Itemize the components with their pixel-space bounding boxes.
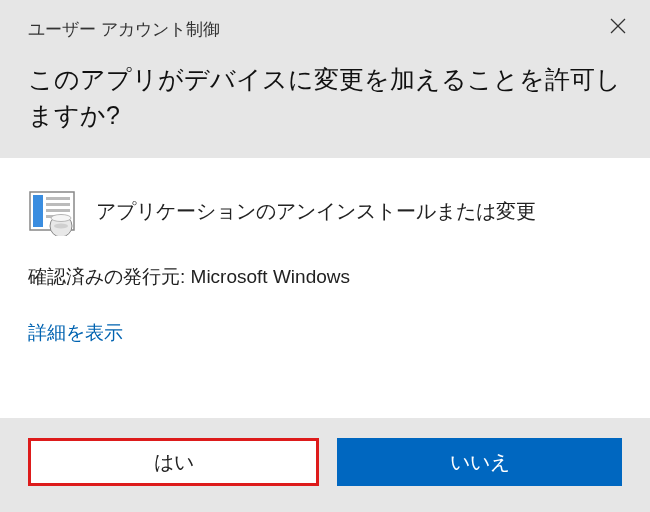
- dialog-body: アプリケーションのアンインストールまたは変更 確認済みの発行元: Microso…: [0, 158, 650, 419]
- publisher-name: Microsoft Windows: [191, 266, 350, 287]
- app-info-row: アプリケーションのアンインストールまたは変更: [28, 188, 622, 236]
- no-button[interactable]: いいえ: [337, 438, 622, 486]
- uac-dialog: ユーザー アカウント制御 このアプリがデバイスに変更を加えることを許可しますか?…: [0, 0, 650, 512]
- svg-rect-6: [46, 209, 70, 212]
- dialog-footer: はい いいえ: [0, 418, 650, 512]
- app-icon: [28, 188, 76, 236]
- svg-rect-3: [33, 195, 43, 227]
- close-icon: [610, 14, 626, 39]
- dialog-title: ユーザー アカウント制御: [28, 18, 622, 41]
- publisher-info: 確認済みの発行元: Microsoft Windows: [28, 264, 622, 290]
- svg-rect-4: [46, 197, 70, 200]
- svg-rect-5: [46, 203, 70, 206]
- svg-point-10: [51, 214, 71, 221]
- publisher-label: 確認済みの発行元:: [28, 266, 185, 287]
- yes-button[interactable]: はい: [28, 438, 319, 486]
- dialog-header: ユーザー アカウント制御 このアプリがデバイスに変更を加えることを許可しますか?: [0, 0, 650, 158]
- close-button[interactable]: [604, 12, 632, 42]
- svg-point-9: [54, 223, 68, 228]
- app-name: アプリケーションのアンインストールまたは変更: [96, 198, 536, 225]
- dialog-question: このアプリがデバイスに変更を加えることを許可しますか?: [28, 61, 622, 134]
- show-details-link[interactable]: 詳細を表示: [28, 320, 622, 346]
